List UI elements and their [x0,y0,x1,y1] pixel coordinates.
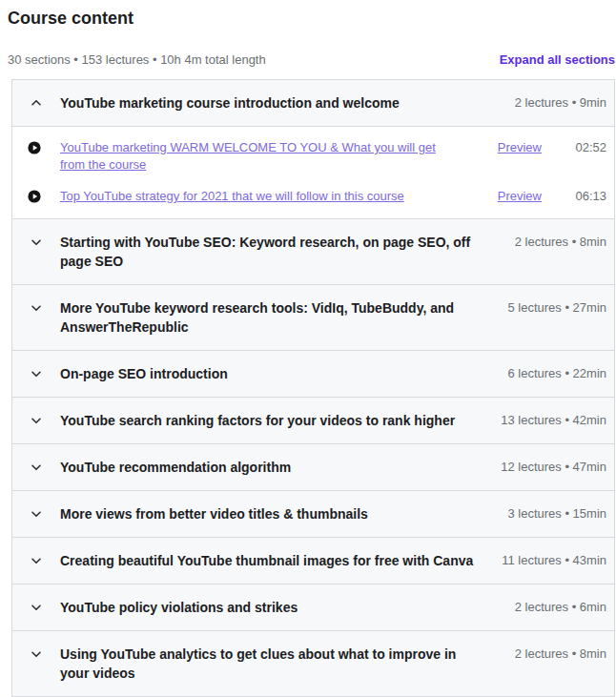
section-meta: 2 lectures • 8min [498,645,606,664]
section-header[interactable]: YouTube marketing course introduction an… [12,80,614,126]
section-header[interactable]: YouTube search ranking factors for your … [12,397,614,443]
lecture-title-link[interactable]: YouTube marketing WARM WELCOME TO YOU & … [60,139,449,174]
chevron-down-icon [30,301,43,315]
section-meta: 6 lectures • 22min [490,364,606,383]
section-header[interactable]: On-page SEO introduction 6 lectures • 22… [12,350,614,397]
preview-link[interactable]: Preview [498,188,542,205]
section-meta: 3 lectures • 15min [490,504,606,523]
section-title: Using YouTube analytics to get clues abo… [60,645,480,683]
section-title: More YouTube keyword research tools: Vid… [60,298,480,337]
expand-all-sections-link[interactable]: Expand all sections [500,52,615,67]
section-meta: 5 lectures • 27min [490,298,606,318]
section-meta: 2 lectures • 8min [498,233,606,252]
lecture-row: YouTube marketing WARM WELCOME TO YOU & … [28,139,606,174]
section-title: YouTube search ranking factors for your … [60,411,455,430]
section-title: Starting with YouTube SEO: Keyword resea… [60,233,480,271]
section-title: YouTube policy violations and strikes [60,598,298,617]
section-title: On-page SEO introduction [60,364,228,383]
course-summary-row: 30 sections • 153 lectures • 10h 4m tota… [8,52,615,67]
section-meta: 13 lectures • 42min [483,411,606,430]
chevron-down-icon [30,507,43,521]
section-meta: 12 lectures • 47min [483,458,606,477]
section-meta: 2 lectures • 9min [498,93,606,113]
section-header[interactable]: Using YouTube analytics to get clues abo… [12,630,614,696]
preview-link[interactable]: Preview [498,139,542,156]
section-header[interactable]: YouTube policy violations and strikes 2 … [12,584,614,630]
sections-accordion: YouTube marketing course introduction an… [11,79,615,697]
lecture-duration: 02:52 [557,139,606,156]
section-header[interactable]: YouTube recommendation algorithm 12 lect… [12,443,614,490]
chevron-down-icon [30,647,43,661]
lecture-list: YouTube marketing WARM WELCOME TO YOU & … [12,126,614,218]
section-title: YouTube recommendation algorithm [60,458,291,477]
chevron-down-icon [30,461,43,474]
section-title: YouTube marketing course introduction an… [60,93,400,113]
chevron-up-icon [30,96,43,110]
chevron-down-icon [30,554,43,567]
section-meta: 11 lectures • 43min [484,551,606,570]
course-summary: 30 sections • 153 lectures • 10h 4m tota… [8,52,266,67]
page-title: Course content [8,8,615,29]
chevron-down-icon [30,236,43,249]
play-circle-icon [28,190,41,203]
lecture-title-link[interactable]: Top YouTube strategy for 2021 that we wi… [60,188,404,205]
section-header[interactable]: Starting with YouTube SEO: Keyword resea… [12,218,614,284]
chevron-down-icon [30,367,43,380]
course-content-panel: Course content 30 sections • 153 lecture… [0,0,616,697]
chevron-down-icon [30,601,43,614]
section-title: More views from better video titles & th… [60,504,368,523]
chevron-down-icon [30,414,43,427]
lecture-duration: 06:13 [557,188,606,205]
play-circle-icon [28,141,41,154]
lecture-row: Top YouTube strategy for 2021 that we wi… [28,188,606,205]
section-header[interactable]: More YouTube keyword research tools: Vid… [12,284,614,350]
section-meta: 2 lectures • 6min [498,598,606,617]
section-header[interactable]: Creating beautiful YouTube thumbnail ima… [12,537,614,584]
section-header[interactable]: More views from better video titles & th… [12,490,614,537]
section-title: Creating beautiful YouTube thumbnail ima… [60,551,473,570]
